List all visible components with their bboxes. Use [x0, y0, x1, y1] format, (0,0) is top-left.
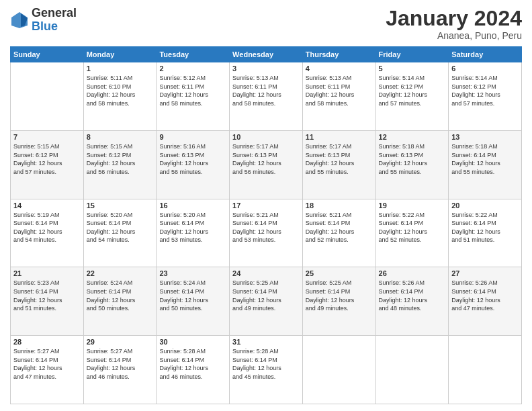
week-row-1: 7Sunrise: 5:15 AM Sunset: 6:12 PM Daylig…	[11, 130, 522, 199]
day-cell: 30Sunrise: 5:28 AM Sunset: 6:14 PM Dayli…	[157, 336, 230, 404]
day-cell	[11, 62, 84, 131]
day-number: 16	[159, 201, 226, 210]
day-number: 31	[232, 338, 300, 346]
day-number: 27	[451, 269, 519, 277]
day-detail: Sunrise: 5:14 AM Sunset: 6:12 PM Dayligh…	[379, 75, 428, 107]
day-cell: 13Sunrise: 5:18 AM Sunset: 6:14 PM Dayli…	[449, 130, 522, 199]
col-friday: Friday	[375, 47, 449, 62]
day-number: 29	[87, 338, 154, 346]
day-number: 15	[87, 201, 154, 210]
day-detail: Sunrise: 5:24 AM Sunset: 6:14 PM Dayligh…	[159, 279, 208, 312]
day-detail: Sunrise: 5:14 AM Sunset: 6:12 PM Dayligh…	[451, 75, 500, 107]
day-detail: Sunrise: 5:27 AM Sunset: 6:14 PM Dayligh…	[87, 348, 136, 380]
day-detail: Sunrise: 5:19 AM Sunset: 6:14 PM Dayligh…	[13, 212, 62, 244]
day-cell: 19Sunrise: 5:22 AM Sunset: 6:14 PM Dayli…	[375, 199, 449, 267]
day-cell: 25Sunrise: 5:25 AM Sunset: 6:14 PM Dayli…	[302, 267, 375, 336]
day-number: 7	[13, 133, 81, 141]
week-row-4: 28Sunrise: 5:27 AM Sunset: 6:14 PM Dayli…	[11, 336, 522, 404]
day-detail: Sunrise: 5:22 AM Sunset: 6:14 PM Dayligh…	[451, 212, 500, 244]
logo-blue-text: Blue	[32, 20, 77, 34]
day-cell: 12Sunrise: 5:18 AM Sunset: 6:13 PM Dayli…	[375, 130, 449, 199]
day-cell: 23Sunrise: 5:24 AM Sunset: 6:14 PM Dayli…	[157, 267, 230, 336]
day-detail: Sunrise: 5:11 AM Sunset: 6:10 PM Dayligh…	[87, 75, 136, 107]
title-block: January 2024 Ananea, Puno, Peru	[386, 7, 522, 41]
day-detail: Sunrise: 5:25 AM Sunset: 6:14 PM Dayligh…	[306, 279, 355, 312]
day-number: 18	[306, 201, 373, 210]
day-detail: Sunrise: 5:15 AM Sunset: 6:12 PM Dayligh…	[87, 143, 136, 175]
col-wednesday: Wednesday	[230, 47, 303, 62]
day-number: 19	[379, 201, 446, 210]
day-cell: 8Sunrise: 5:15 AM Sunset: 6:12 PM Daylig…	[83, 130, 157, 199]
day-detail: Sunrise: 5:21 AM Sunset: 6:14 PM Dayligh…	[306, 212, 355, 244]
day-detail: Sunrise: 5:22 AM Sunset: 6:14 PM Dayligh…	[379, 212, 428, 244]
day-cell: 24Sunrise: 5:25 AM Sunset: 6:14 PM Dayli…	[230, 267, 303, 336]
day-detail: Sunrise: 5:13 AM Sunset: 6:11 PM Dayligh…	[306, 75, 355, 107]
day-number: 14	[13, 201, 81, 210]
day-number: 13	[451, 133, 519, 141]
col-sunday: Sunday	[11, 47, 84, 62]
day-detail: Sunrise: 5:20 AM Sunset: 6:14 PM Dayligh…	[159, 212, 208, 244]
col-saturday: Saturday	[449, 47, 522, 62]
day-number: 9	[159, 133, 226, 141]
day-detail: Sunrise: 5:20 AM Sunset: 6:14 PM Dayligh…	[87, 212, 136, 244]
logo-text: General Blue	[32, 7, 77, 34]
day-number: 2	[159, 64, 226, 73]
week-row-0: 1Sunrise: 5:11 AM Sunset: 6:10 PM Daylig…	[11, 62, 522, 131]
day-detail: Sunrise: 5:25 AM Sunset: 6:14 PM Dayligh…	[232, 279, 281, 312]
day-detail: Sunrise: 5:28 AM Sunset: 6:14 PM Dayligh…	[159, 348, 208, 380]
header-row: Sunday Monday Tuesday Wednesday Thursday…	[11, 47, 522, 62]
day-cell: 22Sunrise: 5:24 AM Sunset: 6:14 PM Dayli…	[83, 267, 157, 336]
day-number: 4	[306, 64, 373, 73]
day-detail: Sunrise: 5:12 AM Sunset: 6:11 PM Dayligh…	[159, 75, 208, 107]
day-number: 22	[87, 269, 154, 277]
day-number: 28	[13, 338, 81, 346]
day-number: 23	[159, 269, 226, 277]
title-month: January 2024	[386, 7, 522, 30]
day-cell: 15Sunrise: 5:20 AM Sunset: 6:14 PM Dayli…	[83, 199, 157, 267]
day-detail: Sunrise: 5:17 AM Sunset: 6:13 PM Dayligh…	[232, 143, 281, 175]
day-detail: Sunrise: 5:16 AM Sunset: 6:13 PM Dayligh…	[159, 143, 208, 175]
day-cell: 9Sunrise: 5:16 AM Sunset: 6:13 PM Daylig…	[157, 130, 230, 199]
day-cell: 17Sunrise: 5:21 AM Sunset: 6:14 PM Dayli…	[230, 199, 303, 267]
day-number: 21	[13, 269, 81, 277]
day-number: 26	[379, 269, 446, 277]
day-number: 17	[232, 201, 300, 210]
day-cell: 18Sunrise: 5:21 AM Sunset: 6:14 PM Dayli…	[302, 199, 375, 267]
day-cell: 31Sunrise: 5:28 AM Sunset: 6:14 PM Dayli…	[230, 336, 303, 404]
day-cell: 11Sunrise: 5:17 AM Sunset: 6:13 PM Dayli…	[302, 130, 375, 199]
day-cell: 6Sunrise: 5:14 AM Sunset: 6:12 PM Daylig…	[449, 62, 522, 131]
day-number: 3	[232, 64, 300, 73]
col-tuesday: Tuesday	[157, 47, 230, 62]
day-cell: 1Sunrise: 5:11 AM Sunset: 6:10 PM Daylig…	[83, 62, 157, 131]
day-cell	[302, 336, 375, 404]
day-cell	[449, 336, 522, 404]
day-detail: Sunrise: 5:13 AM Sunset: 6:11 PM Dayligh…	[232, 75, 281, 107]
col-monday: Monday	[83, 47, 157, 62]
week-row-2: 14Sunrise: 5:19 AM Sunset: 6:14 PM Dayli…	[11, 199, 522, 267]
day-number: 30	[159, 338, 226, 346]
day-detail: Sunrise: 5:24 AM Sunset: 6:14 PM Dayligh…	[87, 279, 136, 312]
calendar-table: Sunday Monday Tuesday Wednesday Thursday…	[10, 46, 522, 404]
day-cell: 5Sunrise: 5:14 AM Sunset: 6:12 PM Daylig…	[375, 62, 449, 131]
week-row-3: 21Sunrise: 5:23 AM Sunset: 6:14 PM Dayli…	[11, 267, 522, 336]
day-cell: 14Sunrise: 5:19 AM Sunset: 6:14 PM Dayli…	[11, 199, 84, 267]
day-number: 20	[451, 201, 519, 210]
day-number: 10	[232, 133, 300, 141]
header: General Blue January 2024 Ananea, Puno, …	[10, 7, 522, 41]
day-cell: 21Sunrise: 5:23 AM Sunset: 6:14 PM Dayli…	[11, 267, 84, 336]
day-number: 5	[379, 64, 446, 73]
day-detail: Sunrise: 5:27 AM Sunset: 6:14 PM Dayligh…	[13, 348, 62, 380]
logo: General Blue	[10, 7, 77, 34]
day-detail: Sunrise: 5:26 AM Sunset: 6:14 PM Dayligh…	[451, 279, 500, 312]
day-detail: Sunrise: 5:28 AM Sunset: 6:14 PM Dayligh…	[232, 348, 281, 380]
day-cell: 7Sunrise: 5:15 AM Sunset: 6:12 PM Daylig…	[11, 130, 84, 199]
day-cell: 10Sunrise: 5:17 AM Sunset: 6:13 PM Dayli…	[230, 130, 303, 199]
page: General Blue January 2024 Ananea, Puno, …	[0, 0, 532, 411]
day-detail: Sunrise: 5:21 AM Sunset: 6:14 PM Dayligh…	[232, 212, 281, 244]
day-number: 11	[306, 133, 373, 141]
day-cell: 29Sunrise: 5:27 AM Sunset: 6:14 PM Dayli…	[83, 336, 157, 404]
day-cell: 28Sunrise: 5:27 AM Sunset: 6:14 PM Dayli…	[11, 336, 84, 404]
day-number: 1	[87, 64, 154, 73]
day-detail: Sunrise: 5:18 AM Sunset: 6:13 PM Dayligh…	[379, 143, 428, 175]
day-cell: 16Sunrise: 5:20 AM Sunset: 6:14 PM Dayli…	[157, 199, 230, 267]
